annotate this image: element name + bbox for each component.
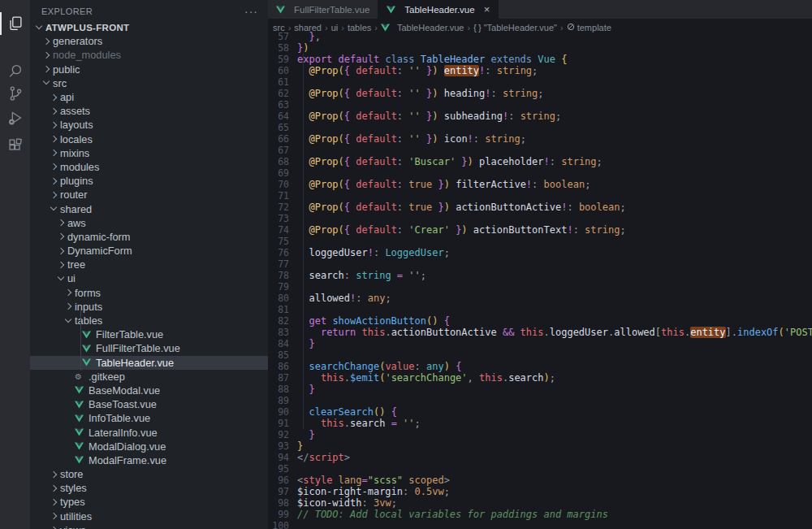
tree-item-mixins[interactable]: mixins [30,146,268,160]
code-line-89: 89 [268,395,812,406]
code-editor[interactable]: 57 },58})59export default class TableHea… [268,31,812,529]
tree-item-label: DynamicForm [67,245,132,257]
tree-item-label: generators [53,35,102,47]
tree-item-types[interactable]: types [30,495,268,509]
tree-item-label: FilterTable.vue [96,328,163,340]
line-number: 75 [268,236,289,247]
tree-item-router[interactable]: router [30,188,268,202]
tree-item-assets[interactable]: assets [30,104,268,118]
tree-item-atwplus-front[interactable]: ATWPLUS-FRONT [30,20,268,34]
code-line-68: 68 @Prop({ default: 'Buscar' }) placehol… [268,156,812,167]
line-number: 91 [268,418,289,429]
source-control-icon[interactable] [0,80,30,107]
tree-item-filtertable-vue[interactable]: FilterTable.vue [30,327,268,341]
vue-file-icon [82,358,92,366]
tree-item-fullfiltertable-vue[interactable]: FullFilterTable.vue [30,341,268,355]
tree-item-label: ATWPLUS-FRONT [45,23,129,33]
tree-item-generators[interactable]: generators [30,34,268,48]
tree-item-views[interactable]: views [30,523,268,529]
code-line-72: 72 @Prop({ default: true }) actionButton… [268,202,812,213]
explorer-icon[interactable] [0,10,30,37]
code-text: @Prop({ default: true }) actionButtonAct… [297,202,626,213]
chevron-down-icon [50,206,57,212]
tab-tableheader-vue[interactable]: TableHeader.vue× [378,0,499,19]
close-icon[interactable]: × [484,3,490,15]
code-line-95: 95 [268,463,812,475]
line-number: 81 [268,304,289,315]
no-chevron [65,443,71,449]
tab-label: FullFilterTable.vue [294,5,369,15]
tree-item-label: types [60,496,85,508]
tree-item-label: InfoTable.vue [89,412,150,424]
vue-file-icon [75,456,84,464]
code-text: clearSearch() { [297,406,397,418]
line-number: 100 [268,520,289,529]
code-text: } [297,338,315,349]
tree-item-lateralinfo-vue[interactable]: LateralInfo.vue [30,425,268,439]
tree-item-modules[interactable]: modules [30,160,268,174]
line-number: 94 [268,452,289,463]
tree-item--gitkeep[interactable]: ⚙.gitkeep [30,370,268,384]
code-text: @Prop({ default: true }) filterActive!: … [297,179,590,190]
chevron-right-icon [50,513,57,519]
code-text: </script> [297,452,350,463]
tree-item-tables[interactable]: tables [30,314,268,327]
tree-item-forms[interactable]: forms [30,286,268,300]
tree-item-dynamic-form[interactable]: dynamic-form [30,230,268,244]
line-number: 86 [268,361,289,372]
tree-item-node-modules[interactable]: node_modules [30,48,268,62]
line-number: 79 [268,281,289,293]
line-number: 84 [268,338,289,349]
line-number: 82 [268,315,289,327]
tree-item-label: aws [67,217,86,229]
line-number: 96 [268,475,289,486]
tree-item-tree[interactable]: tree [30,258,268,271]
chevron-right-icon [58,262,64,268]
tree-item-infotable-vue[interactable]: InfoTable.vue [30,411,268,425]
line-number: 60 [268,65,289,76]
code-text: }, [297,31,321,42]
chevron-right-icon [58,248,64,254]
tree-item-inputs[interactable]: inputs [30,300,268,314]
tree-item-basetoast-vue[interactable]: BaseToast.vue [30,397,268,411]
tree-item-layouts[interactable]: layouts [30,118,268,132]
tree-item-shared[interactable]: shared [30,202,268,215]
tree-item-aws[interactable]: aws [30,216,268,230]
line-number: 61 [268,76,289,88]
line-number: 58 [268,42,289,54]
tree-item-store[interactable]: store [30,467,268,481]
line-number: 69 [268,167,289,179]
tree-item-ui[interactable]: ui [30,271,268,285]
code-line-60: 60 @Prop({ default: '' }) entity!: strin… [268,65,812,76]
code-line-99: 99// TODO: Add local variables for paddi… [268,509,812,520]
tree-item-basemodal-vue[interactable]: BaseModal.vue [30,384,268,397]
code-line-76: 76 loggedUser!: LoggedUser; [268,247,812,258]
tree-item-src[interactable]: src [30,76,268,90]
tree-item-label: mixins [60,147,89,159]
tree-item-styles[interactable]: styles [30,481,268,495]
code-text: loggedUser!: LoggedUser; [297,247,450,258]
sidebar-actions-icon[interactable]: ··· [244,5,258,18]
tree-item-modalframe-vue[interactable]: ModalFrame.vue [30,453,268,467]
sidebar-header: EXPLORER ··· [30,0,268,20]
tree-item-utilities[interactable]: utilities [30,509,268,523]
tree-item-label: api [60,91,74,103]
code-text: } [297,384,315,395]
tab-fullfiltertable-vue[interactable]: FullFilterTable.vue [268,0,378,19]
tree-item-dynamicform[interactable]: DynamicForm [30,244,268,258]
tree-item-modaldialog-vue[interactable]: ModalDialog.vue [30,440,268,453]
code-line-81: 81 [268,304,812,315]
extensions-icon[interactable] [0,132,30,159]
code-line-58: 58}) [268,42,812,54]
code-line-97: 97$icon-right-margin: 0.5vw; [268,486,812,497]
tree-item-plugins[interactable]: plugins [30,174,268,188]
code-text: return this.actionButtonActive && this.l… [297,327,812,338]
tree-item-public[interactable]: public [30,63,268,76]
code-text: @Prop({ default: '' }) subheading!: stri… [297,111,561,122]
run-debug-icon[interactable] [0,104,30,132]
tree-item-api[interactable]: api [30,90,268,104]
tree-item-locales[interactable]: locales [30,132,268,146]
tree-item-tableheader-vue[interactable]: TableHeader.vue [30,356,268,370]
code-line-86: 86 searchChange(value: any) { [268,361,812,372]
line-number: 99 [268,509,289,520]
